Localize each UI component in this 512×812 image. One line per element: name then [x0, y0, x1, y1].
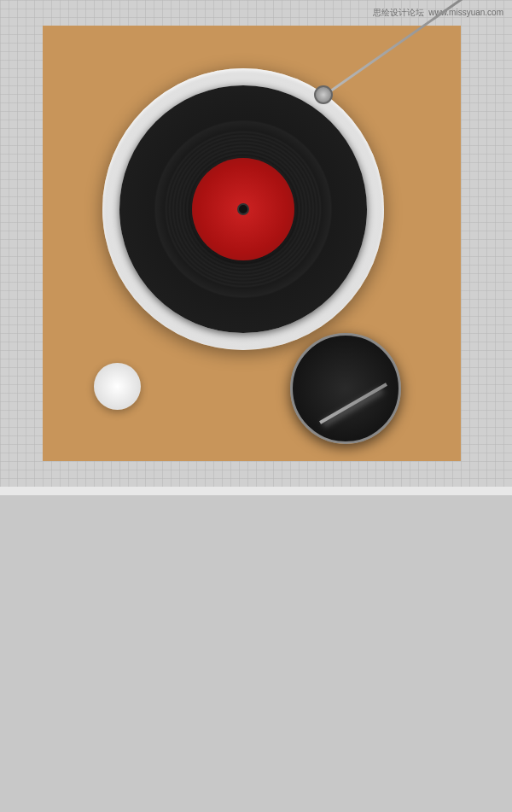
vinyl-record	[119, 85, 367, 333]
zoom-circle	[290, 333, 401, 444]
artboard	[43, 26, 461, 461]
record-container	[102, 68, 384, 350]
panels-area: R: 109 G: 110 B: 113 APPEARANCE Path Str…	[0, 495, 512, 812]
vinyl-hole	[237, 203, 249, 215]
record-base	[102, 68, 384, 350]
zoom-arm-shadow	[322, 388, 384, 428]
turntable-button	[94, 363, 141, 410]
zoom-content	[293, 336, 399, 441]
canvas-area: 思绘设计论坛 www.missyuan.com	[0, 0, 512, 487]
zoom-arm	[319, 383, 387, 424]
vinyl-label	[192, 158, 294, 260]
tonearm-pivot	[314, 85, 333, 104]
